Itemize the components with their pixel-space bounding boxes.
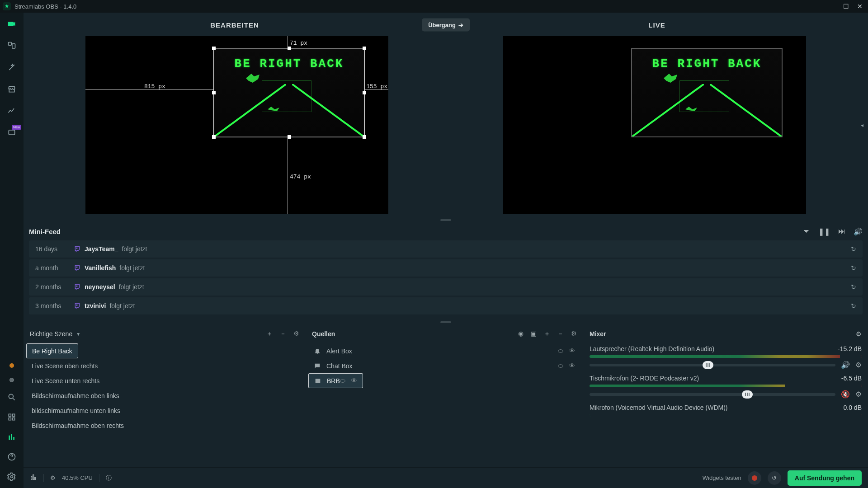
scene-settings-icon[interactable]: ⚙ xyxy=(293,330,299,338)
mixer-settings-icon[interactable]: ⚙ xyxy=(856,330,862,338)
preview-area: 71 px 815 px 155 px 474 px BE RIGHT BACK xyxy=(24,37,868,218)
bell-icon xyxy=(314,347,321,355)
scene-row[interactable]: Bildschirmaufnahme oben links xyxy=(26,388,303,403)
transition-button[interactable]: Übergang ➔ xyxy=(422,19,470,32)
nav-layout-icon[interactable] xyxy=(7,41,17,51)
nav-status-dot-warn-icon[interactable] xyxy=(9,363,14,368)
svg-rect-2 xyxy=(9,130,14,135)
mixer-title: Mixer xyxy=(590,330,856,338)
mixer-slider[interactable] xyxy=(590,364,835,366)
source-folder-icon[interactable]: ▣ xyxy=(531,330,537,338)
source-lock-icon[interactable]: ⬭ xyxy=(340,377,345,385)
svg-rect-6 xyxy=(9,418,11,420)
speaker-icon[interactable]: 🔊 xyxy=(841,361,850,369)
mixer-item: Lautsprecher (Realtek High Definition Au… xyxy=(590,345,862,369)
nav-magic-icon[interactable] xyxy=(7,62,17,72)
sources-list: Alert Box⬭👁Chat Box⬭👁BRB⬭👁 xyxy=(306,343,583,467)
feed-row[interactable]: a monthVanillefishfolgt jetzt↻ xyxy=(29,259,863,277)
mixer-name: Lautsprecher (Realtek High Definition Au… xyxy=(590,345,838,352)
cpu-icon: ⚙ xyxy=(50,474,56,481)
scene-row[interactable]: Live Scene unten rechts xyxy=(26,373,303,388)
stats-icon[interactable] xyxy=(30,474,37,482)
feed-replay-icon[interactable]: ↻ xyxy=(851,283,856,291)
nav-camera-icon[interactable] xyxy=(7,19,17,29)
go-live-button[interactable]: Auf Sendung gehen xyxy=(788,470,862,486)
mixer-db: -15.2 dB xyxy=(838,345,862,352)
splitter-top[interactable] xyxy=(24,218,868,222)
nav-status-dot-idle-icon[interactable] xyxy=(9,378,14,382)
nav-apps-icon[interactable] xyxy=(7,127,17,137)
edit-label: BEARBEITEN xyxy=(24,21,446,29)
record-button[interactable] xyxy=(748,471,761,485)
mixer-item-settings-icon[interactable]: ⚙ xyxy=(855,390,862,399)
svg-line-10 xyxy=(214,84,286,136)
feed-msg: folgt jetzt xyxy=(119,264,145,272)
scene-row[interactable]: Bildschirmaufnahme oben rechts xyxy=(26,418,303,433)
close-icon[interactable]: ✕ xyxy=(857,3,863,10)
nav-help-icon[interactable] xyxy=(7,452,17,462)
filter-icon[interactable]: ⏷ xyxy=(803,227,810,236)
remove-scene-icon[interactable]: － xyxy=(280,330,286,338)
mini-feed-title: Mini-Feed xyxy=(29,228,803,235)
nav-editor-icon[interactable] xyxy=(7,432,17,442)
feed-replay-icon[interactable]: ↻ xyxy=(851,245,856,253)
maximize-icon[interactable]: ☐ xyxy=(843,3,849,10)
nav-search-icon[interactable] xyxy=(7,392,17,402)
feed-replay-icon[interactable]: ↻ xyxy=(851,302,856,310)
source-widget-icon[interactable]: ◉ xyxy=(518,330,524,338)
source-row[interactable]: BRB⬭👁 xyxy=(308,373,363,388)
source-row[interactable]: Alert Box⬭👁 xyxy=(308,343,580,358)
add-scene-icon[interactable]: ＋ xyxy=(266,330,273,338)
nav-grid-icon[interactable] xyxy=(7,412,17,422)
scene-row[interactable]: bildschirmaufnahme unten links xyxy=(26,403,303,418)
source-lock-icon[interactable]: ⬭ xyxy=(558,362,563,370)
add-source-icon[interactable]: ＋ xyxy=(544,330,550,338)
replay-buffer-button[interactable]: ↺ xyxy=(768,471,781,485)
mini-feed: Mini-Feed ⏷ ❚❚ ⏭ 🔊 16 daysJaysTeam_folgt… xyxy=(24,222,868,320)
scene-row[interactable]: Starting Soon xyxy=(26,343,303,358)
source-lock-icon[interactable]: ⬭ xyxy=(558,347,563,355)
nav-store-icon[interactable] xyxy=(7,84,17,94)
source-visibility-icon[interactable]: 👁 xyxy=(569,347,575,355)
feed-replay-icon[interactable]: ↻ xyxy=(851,264,856,272)
edit-preview[interactable]: 71 px 815 px 155 px 474 px BE RIGHT BACK xyxy=(28,37,446,213)
feed-row[interactable]: 16 daysJaysTeam_folgt jetzt↻ xyxy=(29,240,863,258)
nav-settings-icon[interactable] xyxy=(7,472,17,482)
source-row[interactable]: Chat Box⬭👁 xyxy=(308,358,580,373)
volume-icon[interactable]: 🔊 xyxy=(854,227,863,236)
live-preview[interactable]: BE RIGHT BACK ◂ xyxy=(446,37,863,213)
feed-user: Vanillefish xyxy=(85,264,116,272)
scene-collection-dropdown[interactable]: Richtige Szene ▼ xyxy=(30,330,80,338)
status-bar: ⚙ 40.5% CPU ⓘ Widgets testen ↺ Auf Sendu… xyxy=(24,467,868,488)
source-visibility-icon[interactable]: 👁 xyxy=(569,362,575,370)
feed-row[interactable]: 3 monthstzvinivifolgt jetzt↻ xyxy=(29,297,863,314)
test-widgets-button[interactable]: Widgets testen xyxy=(703,474,741,481)
mixer-name: Mikrofon (Voicemod Virtual Audio Device … xyxy=(590,404,844,411)
minimize-icon[interactable]: — xyxy=(829,3,835,10)
sources-panel: Quellen ◉ ▣ ＋ － ⚙ Alert Box⬭👁Chat Box⬭👁B… xyxy=(306,324,583,467)
mixer-db: 0.0 dB xyxy=(844,404,862,411)
nav-analytics-icon[interactable] xyxy=(7,106,17,116)
mixer-meter xyxy=(590,385,862,387)
collapse-right-icon[interactable]: ◂ xyxy=(860,117,864,133)
mixer-item: Tischmikrofon (2- RODE Podcaster v2)-6.5… xyxy=(590,375,862,399)
source-visibility-icon[interactable]: 👁 xyxy=(351,377,357,385)
mixer-slider[interactable] xyxy=(590,393,835,396)
mixer-item-settings-icon[interactable]: ⚙ xyxy=(855,361,862,369)
feed-row[interactable]: 2 monthsneyneyselfolgt jetzt↻ xyxy=(29,278,863,296)
feed-time: 3 months xyxy=(35,302,74,310)
svg-rect-5 xyxy=(13,414,15,416)
svg-line-12 xyxy=(632,84,704,136)
info-icon[interactable]: ⓘ xyxy=(106,474,112,482)
pause-icon[interactable]: ❚❚ xyxy=(818,227,830,236)
feed-msg: folgt jetzt xyxy=(122,245,147,253)
skip-icon[interactable]: ⏭ xyxy=(838,227,845,236)
cpu-value: 40.5% CPU xyxy=(62,474,93,481)
mute-icon[interactable]: 🔇 xyxy=(841,390,850,399)
window-title: Streamlabs OBS - 1.4.0 xyxy=(14,3,829,10)
titlebar: Streamlabs OBS - 1.4.0 — ☐ ✕ xyxy=(0,0,868,13)
splitter-bottom[interactable] xyxy=(24,320,868,324)
source-settings-icon[interactable]: ⚙ xyxy=(571,330,577,338)
remove-source-icon[interactable]: － xyxy=(557,330,564,338)
scene-row[interactable]: Live Scene oben rechts xyxy=(26,358,303,373)
